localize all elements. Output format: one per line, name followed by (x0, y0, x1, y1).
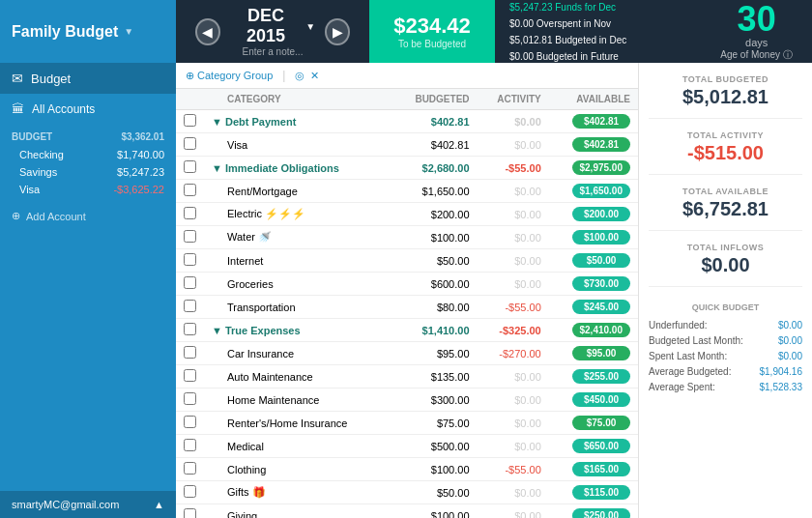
quick-budget-item[interactable]: Average Budgeted:$1,904.16 (649, 366, 802, 377)
row-available: $75.00 (549, 412, 638, 435)
row-name: Giving (204, 504, 393, 519)
col-budgeted: BUDGETED (393, 89, 478, 110)
month-dropdown-icon[interactable]: ▼ (305, 21, 315, 32)
row-available: $402.81 (549, 133, 638, 157)
budget-group-row[interactable]: ▼ True Expenses $1,410.00 -$325.00 $2,41… (176, 319, 638, 342)
row-check[interactable] (176, 458, 204, 481)
to-budget-label: To be Budgeted (398, 39, 466, 49)
qb-item-label: Average Spent: (649, 382, 715, 392)
sidebar-all-accounts[interactable]: 🏛 All Accounts (0, 94, 176, 124)
row-check[interactable] (176, 435, 204, 458)
row-name: Internet (204, 249, 393, 273)
total-budgeted-value: $5,012.81 (649, 86, 802, 108)
group-name: ▼ Immediate Obligations (204, 157, 393, 180)
section-total: $3,362.01 (122, 131, 165, 142)
sidebar-section-header: BUDGET $3,362.01 (0, 128, 176, 146)
row-name: Rent/Mortgage (204, 180, 393, 203)
age-of-money: 30 days Age of Money ⓘ (701, 0, 812, 63)
row-check[interactable] (176, 365, 204, 388)
qb-item-label: Spent Last Month: (649, 351, 727, 361)
row-check[interactable] (176, 504, 204, 519)
row-check[interactable] (176, 296, 204, 319)
info-icon[interactable]: ⓘ (783, 48, 793, 62)
account-balance-negative: -$3,625.22 (113, 184, 164, 195)
add-account-button[interactable]: ⊕ Add Account (0, 202, 176, 230)
row-check[interactable] (176, 388, 204, 412)
toolbar-icon2[interactable]: ✕ (310, 70, 319, 82)
month-display: DEC 2015 ▼ Enter a note... (230, 6, 315, 57)
row-budgeted[interactable]: $95.00 (393, 342, 478, 365)
account-name: Savings (19, 166, 57, 178)
row-activity: $0.00 (478, 203, 549, 226)
row-name: Groceries (204, 273, 393, 296)
row-budgeted[interactable]: $200.00 (393, 203, 478, 226)
budget-group-row[interactable]: ▼ Immediate Obligations $2,680.00 -$55.0… (176, 157, 638, 180)
budget-group-row[interactable]: ▼ Debt Payment $402.81 $0.00 $402.81 (176, 110, 638, 133)
row-budgeted[interactable]: $75.00 (393, 412, 478, 435)
row-name: Visa (204, 133, 393, 157)
row-budgeted[interactable]: $402.81 (393, 133, 478, 157)
group-check[interactable] (176, 319, 204, 342)
row-name: Water 🚿 (204, 226, 393, 249)
row-check[interactable] (176, 481, 204, 504)
budget-row: Electric ⚡⚡⚡ $200.00 $0.00 $200.00 (176, 203, 638, 226)
row-check[interactable] (176, 412, 204, 435)
budget-toolbar: ⊕ Category Group | ◎ ✕ (176, 63, 638, 89)
total-available-label: TOTAL AVAILABLE (649, 187, 802, 196)
row-budgeted[interactable]: $100.00 (393, 458, 478, 481)
sidebar-budget-tab[interactable]: ✉ Budget (0, 63, 176, 94)
sidebar-account-visa[interactable]: Visa -$3,625.22 (0, 181, 176, 198)
row-check[interactable] (176, 249, 204, 273)
quick-budget-section: QUICK BUDGET Underfunded:$0.00Budgeted L… (649, 302, 802, 397)
row-activity: $0.00 (478, 412, 549, 435)
group-budgeted: $2,680.00 (393, 157, 478, 180)
qb-item-value: $0.00 (778, 351, 802, 361)
sidebar-account-savings[interactable]: Savings $5,247.23 (0, 163, 176, 181)
month-year-text: DEC 2015 (230, 6, 302, 46)
row-budgeted[interactable]: $100.00 (393, 504, 478, 519)
row-budgeted[interactable]: $50.00 (393, 249, 478, 273)
quick-budget-item[interactable]: Underfunded:$0.00 (649, 320, 802, 331)
row-check[interactable] (176, 203, 204, 226)
row-budgeted[interactable]: $50.00 (393, 481, 478, 504)
row-budgeted[interactable]: $1,650.00 (393, 180, 478, 203)
age-days-number: 30 (738, 2, 776, 37)
budget-area: ⊕ Category Group | ◎ ✕ CATEGORY BUDGETED… (176, 63, 638, 518)
prev-month-button[interactable]: ◀ (195, 18, 220, 45)
row-check[interactable] (176, 133, 204, 157)
quick-budget-item[interactable]: Budgeted Last Month:$0.00 (649, 335, 802, 346)
row-available: $255.00 (549, 365, 638, 388)
row-budgeted[interactable]: $600.00 (393, 273, 478, 296)
group-budgeted: $1,410.00 (393, 319, 478, 342)
sidebar-account-checking[interactable]: Checking $1,740.00 (0, 146, 176, 163)
footer-arrow-icon[interactable]: ▲ (154, 499, 164, 510)
group-check[interactable] (176, 157, 204, 180)
group-check[interactable] (176, 110, 204, 133)
all-accounts-label: All Accounts (32, 102, 95, 116)
note-input[interactable]: Enter a note... (230, 46, 315, 57)
budget-row: Car Insurance $95.00 -$270.00 $95.00 (176, 342, 638, 365)
row-available: $100.00 (549, 226, 638, 249)
row-check[interactable] (176, 273, 204, 296)
row-activity: $0.00 (478, 504, 549, 519)
row-budgeted[interactable]: $500.00 (393, 435, 478, 458)
sidebar: ✉ Budget 🏛 All Accounts BUDGET $3,362.01… (0, 63, 176, 518)
category-group-button[interactable]: ⊕ Category Group (186, 70, 273, 82)
budget-row: Clothing $100.00 -$55.00 $165.00 (176, 458, 638, 481)
row-budgeted[interactable]: $100.00 (393, 226, 478, 249)
row-check[interactable] (176, 342, 204, 365)
toolbar-icon1[interactable]: ◎ (295, 70, 304, 82)
row-budgeted[interactable]: $135.00 (393, 365, 478, 388)
budget-row: Gifts 🎁 $50.00 $0.00 $115.00 (176, 481, 638, 504)
quick-budget-item[interactable]: Spent Last Month:$0.00 (649, 351, 802, 361)
row-budgeted[interactable]: $80.00 (393, 296, 478, 319)
next-month-button[interactable]: ▶ (325, 18, 350, 45)
budget-row: Groceries $600.00 $0.00 $730.00 (176, 273, 638, 296)
row-check[interactable] (176, 180, 204, 203)
quick-budget-item[interactable]: Average Spent:$1,528.33 (649, 382, 802, 392)
row-budgeted[interactable]: $300.00 (393, 388, 478, 412)
user-email: smartyMC@gmail.com (12, 499, 119, 510)
row-check[interactable] (176, 226, 204, 249)
budget-row: Giving $100.00 $0.00 $250.00 (176, 504, 638, 519)
app-title[interactable]: Family Budget ▼ (0, 0, 176, 63)
